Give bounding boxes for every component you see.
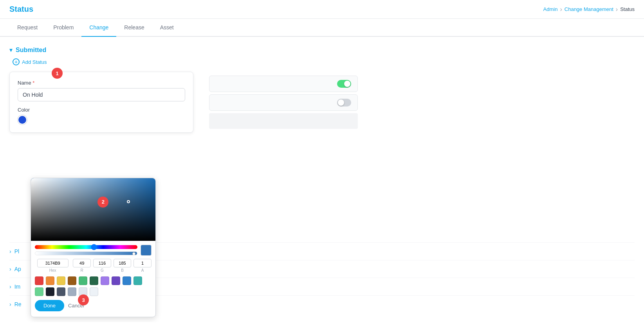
preset-black[interactable] xyxy=(46,287,54,296)
r-input-group: R xyxy=(73,259,91,273)
step-1-badge: 1 xyxy=(52,68,63,79)
sliders-row xyxy=(31,241,155,256)
hex-input[interactable] xyxy=(37,259,69,267)
plus-circle-icon: + xyxy=(13,58,20,65)
submitted-section: ▾ Submitted + Add Status 1 Name * Color xyxy=(9,46,635,133)
preset-light-green[interactable] xyxy=(35,287,43,296)
tab-problem[interactable]: Problem xyxy=(45,19,81,37)
page-title: Status xyxy=(9,5,33,14)
preset-dark-green[interactable] xyxy=(90,276,98,285)
color-preview xyxy=(141,245,152,256)
add-status-label: Add Status xyxy=(22,59,47,65)
a-input-group: A xyxy=(133,259,152,273)
color-picker-popup: 2 Hex R G xyxy=(31,178,156,317)
main-content: ▾ Submitted + Add Status 1 Name * Color xyxy=(0,37,644,322)
r-input[interactable] xyxy=(73,259,91,267)
g-label: G xyxy=(101,268,104,273)
re-label: Re xyxy=(14,301,22,307)
chevron-right-icon-re: › xyxy=(9,301,11,307)
alpha-slider-visual xyxy=(35,251,137,255)
status-form-card: Name * Color xyxy=(9,72,193,133)
tab-change[interactable]: Change xyxy=(81,19,116,37)
add-status-button[interactable]: + Add Status xyxy=(13,58,635,65)
status-row-2 xyxy=(209,94,358,111)
preset-brown[interactable] xyxy=(68,276,76,285)
breadcrumb-sep-2: › xyxy=(616,6,618,13)
status-row-1 xyxy=(209,76,358,92)
name-input[interactable] xyxy=(18,88,185,101)
preset-purple[interactable] xyxy=(101,276,109,285)
breadcrumb-admin[interactable]: Admin xyxy=(543,6,558,12)
breadcrumb: Admin › Change Management › Status xyxy=(543,6,635,13)
im-label: Im xyxy=(14,283,21,290)
g-input-group: G xyxy=(93,259,111,273)
preset-colors-grid xyxy=(31,273,155,296)
g-input[interactable] xyxy=(93,259,111,267)
hex-input-group: Hex xyxy=(35,259,70,273)
chevron-down-icon: ▾ xyxy=(9,46,13,54)
toggle-knob-2 xyxy=(338,99,344,106)
toggle-2[interactable] xyxy=(337,99,351,107)
pi-label: Pl xyxy=(14,248,19,255)
toggle-knob-1 xyxy=(344,81,350,87)
a-label: A xyxy=(141,268,144,273)
chevron-right-icon-ap: › xyxy=(9,266,11,272)
required-asterisk: * xyxy=(31,80,35,86)
r-label: R xyxy=(81,268,83,273)
a-input[interactable] xyxy=(133,259,152,267)
step-3-badge: 3 xyxy=(78,294,89,305)
preset-dark-purple[interactable] xyxy=(112,276,120,285)
tab-asset[interactable]: Asset xyxy=(152,19,182,37)
step-2-badge: 2 xyxy=(97,197,108,208)
chevron-right-icon-pi: › xyxy=(9,248,11,255)
b-input[interactable] xyxy=(114,259,132,267)
tab-release[interactable]: Release xyxy=(116,19,152,37)
tab-request[interactable]: Request xyxy=(9,19,45,37)
hex-label: Hex xyxy=(49,268,56,273)
color-gradient-area[interactable]: 2 xyxy=(31,178,155,241)
b-label: B xyxy=(121,268,124,273)
header: Status Admin › Change Management › Statu… xyxy=(0,0,644,19)
chevron-right-icon-im: › xyxy=(9,283,11,290)
done-button[interactable]: Done xyxy=(35,300,64,311)
tabs-nav: Request Problem Change Release Asset xyxy=(0,19,644,37)
preset-green[interactable] xyxy=(79,276,87,285)
preset-blue[interactable] xyxy=(123,276,131,285)
gradient-black xyxy=(31,178,155,241)
color-swatch[interactable] xyxy=(18,115,27,125)
breadcrumb-change-management[interactable]: Change Management xyxy=(565,6,613,12)
preset-teal[interactable] xyxy=(133,276,142,285)
b-input-group: B xyxy=(114,259,132,273)
preset-yellow[interactable] xyxy=(57,276,65,285)
preset-gray[interactable] xyxy=(68,287,76,296)
preset-red[interactable] xyxy=(35,276,43,285)
picker-cursor-small xyxy=(127,200,130,203)
breadcrumb-current: Status xyxy=(620,6,635,12)
preset-white[interactable] xyxy=(90,287,98,296)
preset-dark-gray[interactable] xyxy=(57,287,65,296)
hue-slider[interactable] xyxy=(35,245,137,249)
color-label: Color xyxy=(18,107,185,113)
picker-actions: Done Cancel 3 xyxy=(31,296,155,311)
toggle-1[interactable] xyxy=(337,80,351,88)
submitted-section-header[interactable]: ▾ Submitted xyxy=(9,46,635,54)
name-label: Name * xyxy=(18,80,185,86)
breadcrumb-sep-1: › xyxy=(560,6,562,13)
status-row-3 xyxy=(209,113,358,129)
ap-label: Ap xyxy=(14,266,21,272)
submitted-title: Submitted xyxy=(16,47,46,54)
color-inputs-row: Hex R G B A xyxy=(31,256,155,273)
preset-orange[interactable] xyxy=(46,276,54,285)
